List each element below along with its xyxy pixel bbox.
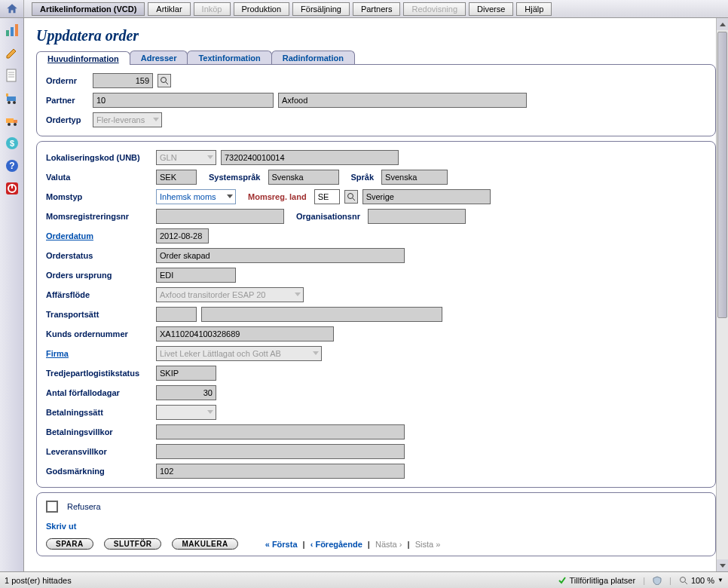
svg-line-27 xyxy=(685,582,687,584)
kundorder-field[interactable]: XA110204100328689 xyxy=(156,326,334,341)
zoom-control[interactable]: 100 % ▼ xyxy=(679,576,723,585)
partner-code-field[interactable]: 10 xyxy=(93,93,274,108)
ordernr-field[interactable]: 159 xyxy=(93,73,153,88)
makulera-button[interactable]: MAKULERA xyxy=(172,538,237,550)
refusera-label: Refusera xyxy=(67,502,101,511)
nav-next: Nästa › xyxy=(375,540,402,549)
vertical-scrollbar[interactable] xyxy=(716,18,728,571)
transport-desc-field xyxy=(201,307,442,322)
orderdatum-field[interactable]: 2012-08-28 xyxy=(156,228,209,243)
svg-rect-7 xyxy=(7,96,16,101)
scroll-down-button[interactable] xyxy=(717,559,728,571)
zoom-icon xyxy=(679,576,688,585)
home-button[interactable] xyxy=(0,0,24,17)
sidebar-money-icon[interactable]: $ xyxy=(3,134,21,152)
menu-item[interactable]: Försäljning xyxy=(292,2,350,16)
momsreg-code-field[interactable]: SE xyxy=(314,189,340,204)
leveransvillkor-field[interactable] xyxy=(156,444,405,459)
sidebar-cart-icon[interactable] xyxy=(3,89,21,107)
tpl-field[interactable]: SKIP xyxy=(156,366,216,381)
ursprung-label: Orders ursprung xyxy=(46,271,151,280)
shield-icon xyxy=(653,576,662,585)
betalvillkor-field[interactable] xyxy=(156,424,405,439)
nav-links: « Första | ‹ Föregående | Nästa › | Sist… xyxy=(265,540,441,549)
lok-value-field[interactable]: 7320240010014 xyxy=(221,150,399,165)
main-menu: Artikelinformation (VCD)ArtiklarInköpPro… xyxy=(24,0,552,17)
momsreg-lookup[interactable] xyxy=(344,190,358,204)
godsmarkning-field[interactable]: 102 xyxy=(156,464,405,479)
orderstatus-field: Order skapad xyxy=(156,248,405,263)
scroll-thumb[interactable] xyxy=(717,32,727,318)
momstyp-select[interactable]: Inhemsk moms xyxy=(156,189,236,204)
lok-label: Lokaliseringskod (UNB) xyxy=(46,153,151,162)
scroll-up-button[interactable] xyxy=(717,18,728,30)
ordernr-lookup[interactable] xyxy=(158,74,171,87)
sidebar-power-icon[interactable] xyxy=(3,179,21,198)
sidebar-doc-icon[interactable] xyxy=(3,66,21,84)
spara-button[interactable]: SPARA xyxy=(46,538,93,550)
forfall-field[interactable]: 30 xyxy=(156,385,216,400)
svg-point-9 xyxy=(13,101,16,104)
sidebar-edit-icon[interactable] xyxy=(3,44,21,62)
sidebar-help-icon[interactable]: ? xyxy=(3,157,21,175)
svg-rect-10 xyxy=(6,93,8,96)
status-trusted: Tillförlitliga platser xyxy=(558,576,636,585)
forfall-label: Antal förfallodagar xyxy=(46,388,151,397)
nav-first[interactable]: « Första xyxy=(265,540,298,549)
panel-footer: Refusera Skriv ut SPARA SLUTFÖR MAKULERA… xyxy=(36,492,716,556)
svg-line-25 xyxy=(353,198,355,201)
panel-main: Lokaliseringskod (UNB) GLN 7320240010014… xyxy=(36,141,716,488)
tab[interactable]: Huvudinformation xyxy=(36,51,130,65)
svg-point-14 xyxy=(14,123,17,126)
menu-item[interactable]: Produktion xyxy=(234,2,290,16)
affarsflode-select: Axfood transitorder ESAP 20 xyxy=(156,287,304,302)
sprak-field: Svenska xyxy=(381,170,448,185)
ordertyp-label: Ordertyp xyxy=(46,115,88,124)
check-icon xyxy=(558,576,567,585)
valuta-field[interactable]: SEK xyxy=(156,170,197,185)
partner-label: Partner xyxy=(46,96,88,105)
firma-label[interactable]: Firma xyxy=(46,349,151,358)
svg-point-26 xyxy=(680,577,685,582)
svg-rect-2 xyxy=(15,24,18,36)
sidebar-chart-icon[interactable] xyxy=(3,21,21,39)
orderstatus-label: Orderstatus xyxy=(46,251,151,260)
home-icon xyxy=(5,2,19,16)
partner-name-field: Axfood xyxy=(278,93,527,108)
sidebar: $ ? xyxy=(0,18,24,571)
menu-item[interactable]: Partners xyxy=(353,2,401,16)
svg-point-13 xyxy=(8,123,11,126)
orderdatum-label[interactable]: Orderdatum xyxy=(46,231,151,240)
slutfor-button[interactable]: SLUTFÖR xyxy=(104,538,162,550)
orgnr-field[interactable] xyxy=(368,209,466,224)
nav-last: Sista » xyxy=(415,540,441,549)
systemsprak-label: Systemspråk xyxy=(209,173,261,182)
svg-rect-3 xyxy=(7,69,16,81)
menu-item[interactable]: Hjälp xyxy=(516,2,552,16)
momsreg-label: Momsreg. land xyxy=(248,192,307,201)
menu-item[interactable]: Artikelinformation (VCD) xyxy=(32,2,145,16)
refusera-checkbox[interactable] xyxy=(46,501,58,513)
momsregnr-label: Momsregistreringsnr xyxy=(46,212,151,221)
menu-item[interactable]: Artiklar xyxy=(148,2,190,16)
svg-text:?: ? xyxy=(9,161,14,171)
leveransvillkor-label: Leveransvillkor xyxy=(46,447,151,456)
menu-item[interactable]: Diverse xyxy=(469,2,513,16)
sidebar-truck-icon[interactable] xyxy=(3,112,21,130)
svg-rect-0 xyxy=(6,30,9,36)
tab[interactable]: Adresser xyxy=(130,51,188,64)
tab[interactable]: Radinformation xyxy=(271,51,355,64)
page-title: Uppdatera order xyxy=(36,27,716,44)
valuta-label: Valuta xyxy=(46,173,151,182)
tab[interactable]: Textinformation xyxy=(187,51,271,64)
transport-code-field[interactable] xyxy=(156,307,197,322)
momsregnr-field[interactable] xyxy=(156,209,284,224)
chevron-down-icon: ▼ xyxy=(717,577,723,583)
betalsatt-select xyxy=(156,405,216,420)
skrivut-link[interactable]: Skriv ut xyxy=(46,522,706,531)
nav-prev[interactable]: ‹ Föregående xyxy=(310,540,362,549)
betalsatt-label: Betalningssätt xyxy=(46,408,151,417)
statusbar: 1 post(er) hittades Tillförlitliga plats… xyxy=(0,571,728,588)
systemsprak-field: Svenska xyxy=(268,170,339,185)
svg-text:$: $ xyxy=(9,139,14,148)
